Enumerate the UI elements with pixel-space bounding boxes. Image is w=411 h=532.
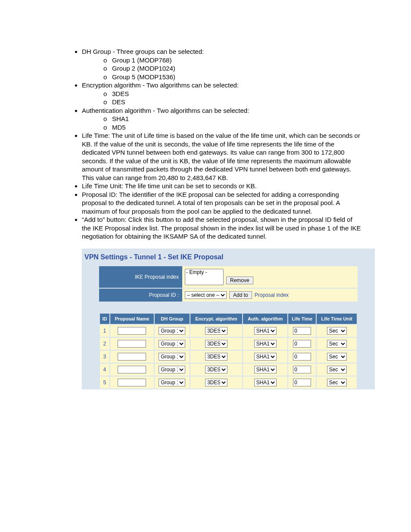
dh-group-select[interactable]: Group 1	[159, 366, 185, 373]
cell-proposal-name	[110, 351, 154, 363]
doc-item-text: Proposal ID: The identifier of the IKE p…	[82, 191, 340, 215]
proposal-name-input[interactable]	[118, 327, 146, 335]
cell-encrypt: 3DES	[190, 364, 243, 376]
lifetime-input[interactable]	[293, 353, 311, 361]
doc-item: Proposal ID: The identifier of the IKE p…	[82, 190, 361, 216]
doc-list: DH Group - Three groups can be selected:…	[82, 47, 361, 241]
cell-auth: SHA1	[243, 351, 287, 363]
proposal-id-select[interactable]: – select one –	[185, 291, 227, 299]
ike-proposal-index-listbox[interactable]: - Empty -	[185, 269, 224, 285]
lifetime-input[interactable]	[293, 366, 311, 373]
doc-item: Life Time: The unit of Life time is base…	[82, 131, 361, 182]
cell-id: 5	[100, 376, 109, 389]
lifetime-unit-select[interactable]: Sec	[327, 366, 347, 373]
encrypt-select[interactable]: 3DES	[205, 327, 227, 335]
table-header: Auth. algorithm	[243, 314, 287, 324]
doc-sublist: Group 1 (MODP768)Group 2 (MODP1024)Group…	[103, 56, 361, 81]
auth-select[interactable]: SHA1	[254, 327, 277, 335]
doc-item: DH Group - Three groups can be selected:…	[82, 47, 361, 81]
doc-item: Authentication algorithm - Two algorithm…	[82, 106, 361, 132]
doc-item-text: Encryption algorithm - Two algorithms ca…	[82, 81, 239, 89]
doc-sublist: SHA1MD5	[103, 115, 361, 131]
encrypt-select[interactable]: 3DES	[205, 340, 227, 348]
table-header: Life Time Unit	[317, 314, 357, 324]
doc-item: Life Time Unit: The life time unit can b…	[82, 182, 361, 190]
cell-id: 4	[100, 364, 109, 376]
table-header: Proposal Name	[110, 314, 154, 324]
label-proposal-id: Proposal ID :	[99, 289, 182, 302]
lifetime-input[interactable]	[293, 379, 311, 386]
table-header: DH Group	[155, 314, 189, 324]
lifetime-input[interactable]	[293, 340, 311, 348]
doc-item-text: “Add to” button: Click this button to ad…	[82, 216, 361, 240]
doc-item-text: Authentication algorithm - Two algorithm…	[82, 107, 249, 114]
cell-lifetime	[288, 325, 316, 337]
doc-subitem: 3DES	[103, 90, 361, 98]
row-ike-proposal-index: IKE Proposal index - Empty - Remove	[99, 266, 358, 289]
cell-dh-group: Group 1	[155, 325, 189, 337]
doc-item-text: Life Time Unit: The life time unit can b…	[82, 182, 257, 190]
cell-proposal-name	[110, 376, 154, 389]
cell-dh-group: Group 1	[155, 364, 189, 376]
auth-select[interactable]: SHA1	[254, 353, 277, 361]
doc-subitem: Group 1 (MODP768)	[103, 56, 361, 65]
table-row: 3Group 13DESSHA1Sec	[100, 351, 357, 363]
cell-lifetime	[288, 338, 316, 350]
table-header: Life Time	[288, 314, 316, 324]
dh-group-select[interactable]: Group 1	[159, 327, 185, 335]
ike-proposal-index-option[interactable]: - Empty -	[185, 269, 223, 276]
auth-select[interactable]: SHA1	[254, 366, 277, 373]
vpn-settings-panel: VPN Settings - Tunnel 1 - Set IKE Propos…	[82, 249, 375, 389]
cell-dh-group: Group 1	[155, 351, 189, 363]
proposal-name-input[interactable]	[118, 366, 146, 373]
cell-auth: SHA1	[243, 364, 287, 376]
cell-id: 2	[100, 338, 109, 350]
encrypt-select[interactable]: 3DES	[205, 353, 227, 361]
panel-heading: VPN Settings - Tunnel 1 - Set IKE Propos…	[82, 249, 375, 266]
lifetime-unit-select[interactable]: Sec	[327, 340, 347, 348]
cell-proposal-name	[110, 364, 154, 376]
cell-lifetime	[288, 364, 316, 376]
encrypt-select[interactable]: 3DES	[205, 366, 227, 373]
dh-group-select[interactable]: Group 1	[159, 353, 185, 361]
proposal-name-input[interactable]	[118, 379, 146, 386]
proposal-name-input[interactable]	[118, 353, 146, 361]
row-proposal-id: Proposal ID : – select one – Add to Prop…	[99, 289, 358, 302]
label-ike-proposal-index: IKE Proposal index	[99, 266, 182, 288]
cell-proposal-name	[110, 338, 154, 350]
lifetime-input[interactable]	[293, 327, 311, 335]
add-to-button[interactable]: Add to	[229, 291, 252, 299]
proposal-name-input[interactable]	[118, 340, 146, 348]
cell-dh-group: Group 1	[155, 338, 189, 350]
table-row: 5Group 13DESSHA1Sec	[100, 376, 357, 389]
cell-encrypt: 3DES	[190, 351, 243, 363]
lifetime-unit-select[interactable]: Sec	[327, 327, 347, 335]
doc-subitem: SHA1	[103, 115, 361, 123]
dh-group-select[interactable]: Group 1	[159, 340, 185, 348]
doc-item: Encryption algorithm - Two algorithms ca…	[82, 81, 361, 106]
encrypt-select[interactable]: 3DES	[205, 379, 227, 386]
auth-select[interactable]: SHA1	[254, 340, 277, 348]
lifetime-unit-select[interactable]: Sec	[327, 353, 347, 361]
cell-lifetime-unit: Sec	[317, 376, 357, 389]
remove-button[interactable]: Remove	[226, 277, 253, 284]
doc-subitem: DES	[103, 98, 361, 106]
doc-subitem: MD5	[103, 123, 361, 132]
dh-group-select[interactable]: Group 1	[159, 379, 185, 386]
form-area: IKE Proposal index - Empty - Remove Prop…	[99, 266, 358, 302]
cell-dh-group: Group 1	[155, 376, 189, 389]
cell-encrypt: 3DES	[190, 376, 243, 389]
lifetime-unit-select[interactable]: Sec	[327, 379, 347, 386]
cell-lifetime-unit: Sec	[317, 364, 357, 376]
doc-item: “Add to” button: Click this button to ad…	[82, 215, 361, 241]
table-header: Encrypt. algorithm	[190, 314, 243, 324]
cell-lifetime-unit: Sec	[317, 325, 357, 337]
auth-select[interactable]: SHA1	[254, 379, 277, 386]
cell-lifetime-unit: Sec	[317, 338, 357, 350]
cell-proposal-name	[110, 325, 154, 337]
proposal-table-wrap: IDProposal NameDH GroupEncrypt. algorith…	[99, 313, 358, 389]
doc-subitem: Group 5 (MODP1536)	[103, 73, 361, 81]
cell-id: 1	[100, 325, 109, 337]
table-header: ID	[100, 314, 109, 324]
cell-encrypt: 3DES	[190, 338, 243, 350]
